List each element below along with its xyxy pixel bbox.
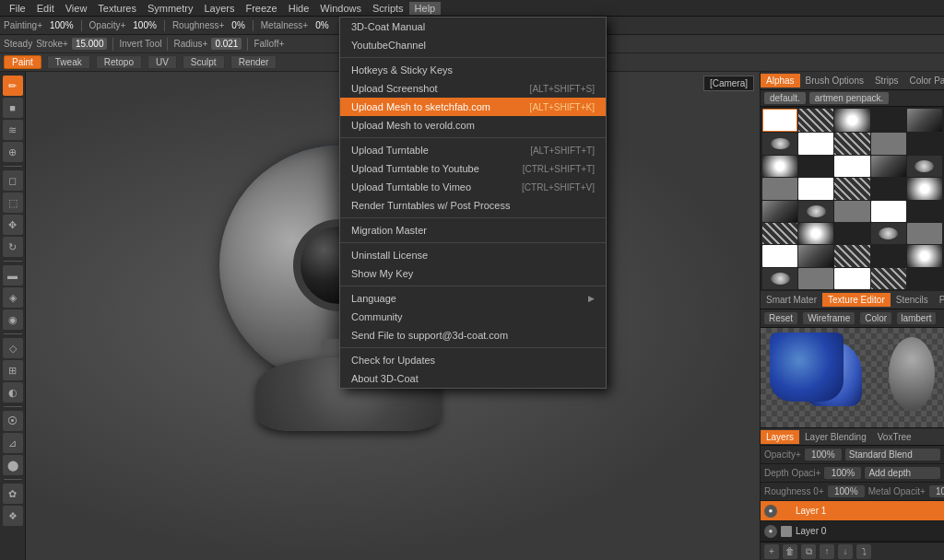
metal-opacity-label[interactable]: Metal Opacit+ bbox=[868, 486, 926, 496]
tool-material[interactable]: ◇ bbox=[3, 338, 23, 358]
stroke-value[interactable]: 15.000 bbox=[72, 38, 108, 50]
tool-symmetry[interactable]: ⬤ bbox=[3, 455, 23, 475]
tab-uv[interactable]: UV bbox=[148, 55, 177, 69]
dropdown-item[interactable]: 3D-Coat Manual bbox=[340, 18, 606, 36]
tool-mask[interactable]: ◐ bbox=[3, 382, 23, 402]
tab-alphas[interactable]: Alphas bbox=[761, 74, 800, 88]
layer-item-0[interactable]: ● Layer 0 bbox=[761, 521, 944, 542]
dropdown-item[interactable]: Language▶ bbox=[340, 289, 606, 308]
alpha-cell-11[interactable] bbox=[798, 156, 833, 177]
alpha-cell-14[interactable] bbox=[907, 156, 942, 177]
tool-rotate[interactable]: ↻ bbox=[3, 237, 23, 257]
alpha-cell-1[interactable] bbox=[798, 109, 833, 132]
alpha-cell-7[interactable] bbox=[834, 133, 869, 154]
roughness-row-value[interactable]: 100% bbox=[828, 485, 865, 497]
blend-mode-value[interactable]: Standard Blend bbox=[845, 449, 940, 461]
tab-texture-editor[interactable]: Texture Editor bbox=[822, 293, 891, 307]
dropdown-item[interactable]: Upload Mesh to sketchfab.com[ALT+SHIFT+K… bbox=[340, 98, 606, 116]
alpha-cell-6[interactable] bbox=[798, 133, 833, 154]
tool-inflate[interactable]: ◉ bbox=[3, 309, 23, 330]
alpha-cell-17[interactable] bbox=[834, 178, 869, 199]
alpha-cell-30[interactable] bbox=[762, 245, 797, 266]
alpha-cell-3[interactable] bbox=[871, 109, 906, 132]
dropdown-item[interactable]: Render Turntables w/ Post Process bbox=[340, 196, 606, 215]
alpha-cell-9[interactable] bbox=[907, 133, 942, 154]
dropdown-item[interactable]: Send File to support@3d-coat.com bbox=[340, 326, 606, 344]
layer-merge-btn[interactable]: ⤵ bbox=[856, 544, 871, 559]
alpha-cell-21[interactable] bbox=[798, 201, 833, 222]
dropdown-item[interactable]: Upload Turntable to Vimeo[CTRL+SHIFT+V] bbox=[340, 178, 606, 196]
depth-mode-value[interactable]: Add depth bbox=[865, 467, 940, 479]
preset-default[interactable]: default. bbox=[764, 92, 806, 104]
invert-label[interactable]: Invert Tool bbox=[119, 39, 161, 49]
tab-tweak[interactable]: Tweak bbox=[47, 55, 90, 69]
tab-render[interactable]: Render bbox=[230, 55, 277, 69]
layer-eye-1[interactable]: ● bbox=[764, 505, 777, 518]
alpha-cell-0[interactable] bbox=[762, 109, 797, 132]
alpha-cell-13[interactable] bbox=[871, 156, 906, 177]
alpha-cell-26[interactable] bbox=[798, 223, 833, 244]
alpha-cell-33[interactable] bbox=[871, 245, 906, 266]
dropdown-item[interactable]: Upload Turntable[ALT+SHIFT+T] bbox=[340, 141, 606, 159]
tool-select[interactable]: ⬚ bbox=[3, 192, 23, 213]
depth-opacity-value[interactable]: 100% bbox=[824, 467, 861, 479]
tab-voxtree[interactable]: VoxTree bbox=[872, 430, 917, 444]
falloff-label[interactable]: Falloff+ bbox=[254, 39, 284, 49]
tool-flatten[interactable]: ▬ bbox=[3, 265, 23, 286]
layer-eye-0[interactable]: ● bbox=[764, 525, 777, 538]
menu-help[interactable]: Help bbox=[409, 2, 442, 15]
layer-add-btn[interactable]: + bbox=[764, 544, 779, 559]
te-wireframe-btn[interactable]: Wireframe bbox=[803, 312, 855, 324]
alpha-cell-19[interactable] bbox=[907, 178, 942, 199]
roughness-label[interactable]: Roughness+ bbox=[172, 20, 224, 30]
alpha-cell-28[interactable] bbox=[871, 223, 906, 244]
alpha-cell-24[interactable] bbox=[907, 201, 942, 222]
dropdown-item[interactable]: Upload Mesh to verold.com bbox=[340, 116, 606, 134]
tool-erase[interactable]: ◻ bbox=[3, 170, 23, 191]
alpha-cell-29[interactable] bbox=[907, 223, 942, 244]
tool-transform[interactable]: ⊿ bbox=[3, 433, 23, 453]
tab-presets[interactable]: Presets bbox=[934, 293, 944, 307]
alpha-cell-39[interactable] bbox=[907, 268, 942, 289]
tab-layers[interactable]: Layers bbox=[761, 430, 799, 444]
painting-label[interactable]: Painting+ bbox=[4, 20, 42, 30]
tab-smart-material[interactable]: Smart Mater bbox=[761, 293, 822, 307]
alpha-cell-5[interactable] bbox=[762, 133, 797, 154]
tool-fill[interactable]: ■ bbox=[3, 98, 23, 118]
alpha-cell-36[interactable] bbox=[798, 268, 833, 289]
dropdown-item[interactable]: Check for Updates bbox=[340, 351, 606, 369]
preset-artist[interactable]: artmen penpack. bbox=[809, 92, 890, 104]
dropdown-item[interactable]: YoutubeChannel bbox=[340, 36, 606, 54]
alpha-cell-16[interactable] bbox=[798, 178, 833, 199]
te-reset-btn[interactable]: Reset bbox=[764, 312, 797, 324]
alpha-cell-35[interactable] bbox=[762, 268, 797, 289]
stroke-label[interactable]: Stroke+ bbox=[36, 39, 68, 49]
dropdown-item[interactable]: About 3D-Coat bbox=[340, 369, 606, 388]
menu-scripts[interactable]: Scripts bbox=[367, 2, 409, 15]
alpha-cell-25[interactable] bbox=[762, 223, 797, 244]
alpha-cell-38[interactable] bbox=[871, 268, 906, 289]
alpha-cell-32[interactable] bbox=[834, 245, 869, 266]
tool-extra2[interactable]: ❖ bbox=[3, 506, 23, 526]
tab-stencils[interactable]: Stencils bbox=[891, 293, 934, 307]
menu-layers[interactable]: Layers bbox=[198, 2, 240, 15]
depth-opacity-label[interactable]: Depth Opaci+ bbox=[764, 468, 820, 478]
dropdown-item[interactable]: Hotkeys & Sticky Keys bbox=[340, 61, 606, 79]
layer-delete-btn[interactable]: 🗑 bbox=[783, 544, 797, 559]
radius-label[interactable]: Radius+ bbox=[173, 39, 207, 49]
metalness-label[interactable]: Metalness+ bbox=[261, 20, 308, 30]
roughness-row-label[interactable]: Roughness 0+ bbox=[764, 486, 824, 496]
opacity-label[interactable]: Opacity+ bbox=[89, 20, 126, 30]
te-mode-select[interactable]: lambert bbox=[897, 312, 935, 324]
texture-editor-preview[interactable] bbox=[761, 328, 944, 427]
tab-color-palette[interactable]: Color Palette bbox=[904, 74, 944, 88]
tab-brush-options[interactable]: Brush Options bbox=[800, 74, 869, 88]
alpha-cell-20[interactable] bbox=[762, 201, 797, 222]
alpha-cell-15[interactable] bbox=[762, 178, 797, 199]
alpha-cell-23[interactable] bbox=[871, 201, 906, 222]
alpha-cell-27[interactable] bbox=[834, 223, 869, 244]
layer-up-btn[interactable]: ↑ bbox=[820, 544, 834, 559]
te-color-btn[interactable]: Color bbox=[860, 312, 891, 324]
alpha-cell-2[interactable] bbox=[834, 109, 869, 132]
dropdown-item[interactable]: Show My Key bbox=[340, 264, 606, 283]
